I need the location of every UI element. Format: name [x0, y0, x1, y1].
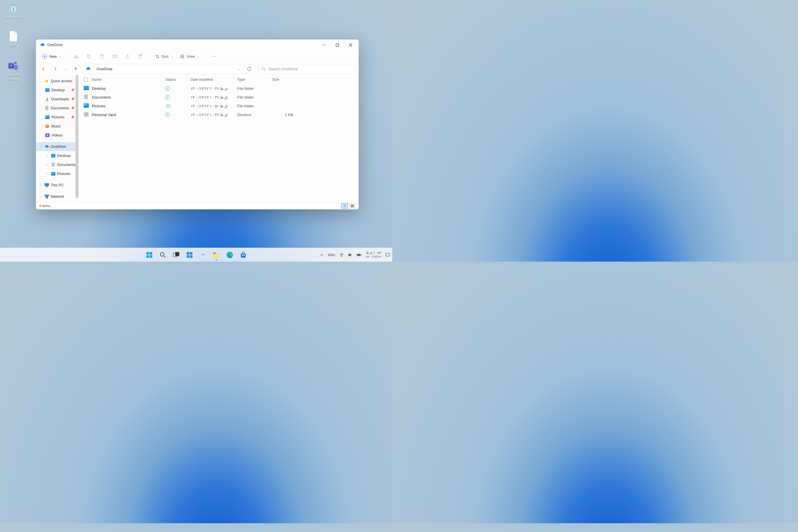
share-button[interactable] — [121, 51, 133, 61]
address-bar[interactable]: › OneDrive ⌄ — [83, 64, 255, 74]
sidebar-label: Downloads — [51, 97, 69, 101]
sort-button[interactable]: Sort ⌄ — [152, 51, 176, 61]
battery-icon[interactable] — [357, 252, 361, 257]
expand-icon[interactable]: › — [45, 154, 49, 157]
file-row[interactable]: Desktop ۱۴۰۰/۱۲/۱۲ ق.ظ ۱۰:۳۶ File folder — [78, 84, 359, 93]
sidebar-item-pictures[interactable]: Pictures📌 — [36, 113, 78, 121]
sidebar-item-od-documents[interactable]: ›Documents — [36, 160, 78, 169]
desktop-icon — [45, 88, 50, 93]
address-dropdown[interactable]: ⌄ — [234, 67, 243, 71]
tray-language[interactable]: ENG — [328, 252, 335, 257]
collapse-icon[interactable]: ⌄ — [38, 145, 43, 148]
svg-point-38 — [85, 104, 86, 105]
svg-rect-53 — [186, 252, 189, 254]
svg-point-66 — [341, 256, 342, 256]
search-input[interactable] — [269, 67, 352, 71]
sidebar-item-music[interactable]: Music — [36, 121, 78, 131]
tray-clock[interactable]: ۱۰:۵۷ ق.ظ ۱۴۰۰/۱۲/۱۲ — [365, 251, 381, 259]
close-button[interactable] — [344, 40, 357, 50]
status-text: 4 items — [39, 204, 51, 208]
select-all-checkbox[interactable] — [84, 78, 88, 82]
desktop-icon-teams[interactable]: T Microsoft Teams — [2, 60, 24, 81]
back-button[interactable] — [39, 64, 48, 74]
sidebar-item-od-pictures[interactable]: ›Pictures — [36, 169, 78, 178]
expand-icon[interactable]: › — [45, 163, 49, 166]
delete-button[interactable] — [134, 51, 146, 61]
desktop-icon — [51, 153, 55, 158]
sidebar-item-videos[interactable]: Videos — [36, 131, 78, 140]
onedrive-icon — [40, 42, 45, 48]
svg-rect-32 — [47, 194, 49, 196]
desktop-icon-recycle-bin[interactable]: Recycle Bin — [2, 2, 24, 19]
expand-icon[interactable]: › — [38, 184, 43, 187]
taskbar-search-button[interactable] — [157, 249, 169, 261]
breadcrumb-current[interactable]: OneDrive — [97, 67, 113, 71]
column-header-size[interactable]: Size — [270, 75, 298, 84]
sidebar-item-desktop[interactable]: Desktop📌 — [36, 86, 78, 95]
cut-button[interactable] — [70, 51, 82, 61]
wifi-icon[interactable] — [339, 252, 344, 257]
sidebar-label: OneDrive — [51, 145, 66, 149]
sidebar-item-network[interactable]: ›Network — [36, 192, 78, 201]
file-row[interactable]: Pictures ۱۴۰۰/۱۲/۱۲ ق.ظ ۱۰:۵۱ File folde… — [78, 101, 359, 110]
sidebar-label: Network — [51, 194, 64, 198]
recent-dropdown[interactable]: ⌄ — [62, 64, 68, 74]
sidebar-item-this-pc[interactable]: ›This PC — [36, 180, 78, 190]
pictures-icon — [84, 103, 89, 109]
file-type: Shortcut — [235, 113, 270, 117]
store-button[interactable] — [238, 249, 249, 261]
search-box[interactable] — [258, 64, 356, 74]
sidebar-item-quick-access[interactable]: ⌄ Quick access — [36, 76, 78, 86]
column-header-name[interactable]: Name — [81, 75, 163, 84]
sidebar-item-downloads[interactable]: Downloads📌 — [36, 95, 78, 103]
tray-time: ۱۰:۵۷ ق.ظ — [365, 251, 381, 254]
pc-icon — [44, 183, 49, 188]
svg-point-12 — [215, 56, 216, 57]
minimize-button[interactable] — [317, 40, 330, 50]
rename-button[interactable] — [109, 51, 120, 61]
sidebar-item-onedrive[interactable]: ⌄ OneDrive — [36, 142, 78, 151]
details-view-toggle[interactable] — [342, 203, 348, 209]
sidebar-item-documents[interactable]: Documents📌 — [36, 103, 78, 113]
file-explorer-button[interactable] — [211, 249, 222, 261]
up-button[interactable] — [71, 64, 80, 74]
widgets-button[interactable] — [184, 249, 195, 261]
chat-button[interactable] — [197, 249, 209, 261]
thumbnails-view-toggle[interactable] — [349, 203, 356, 209]
column-header-date[interactable]: Date modified — [188, 75, 235, 84]
copy-button[interactable] — [83, 51, 95, 61]
onedrive-icon — [86, 67, 91, 71]
refresh-button[interactable] — [245, 67, 253, 71]
svg-point-57 — [200, 252, 205, 257]
notifications-button[interactable] — [385, 252, 390, 257]
expand-icon[interactable]: › — [38, 195, 43, 198]
edge-button[interactable] — [224, 249, 236, 261]
desktop-icon-test[interactable]: test — [2, 30, 24, 47]
svg-rect-49 — [150, 255, 152, 258]
svg-rect-9 — [113, 55, 117, 57]
svg-point-4 — [74, 57, 76, 58]
svg-point-11 — [214, 56, 214, 57]
svg-rect-48 — [147, 255, 149, 258]
more-button[interactable] — [208, 51, 220, 61]
forward-button[interactable] — [51, 64, 59, 74]
file-row[interactable]: Documents ۱۴۰۰/۱۲/۱۲ ق.ظ ۱۰:۳۶ File fold… — [78, 93, 359, 101]
sidebar-item-od-desktop[interactable]: ›Desktop — [36, 151, 78, 160]
volume-icon[interactable] — [348, 252, 353, 257]
maximize-button[interactable] — [330, 40, 344, 50]
tray-overflow-button[interactable] — [319, 252, 324, 257]
file-date: ۱۴۰۰/۱۲/۱۲ ق.ظ ۱۰:۳۶ — [188, 95, 235, 99]
column-header-status[interactable]: Status — [163, 75, 188, 84]
task-view-button[interactable] — [170, 249, 182, 261]
column-header-type[interactable]: Type — [235, 75, 270, 84]
paste-button[interactable] — [96, 51, 108, 61]
view-button[interactable]: View ⌄ — [177, 51, 202, 61]
start-button[interactable] — [144, 249, 155, 261]
sidebar-label: This PC — [51, 183, 63, 187]
expand-icon[interactable]: › — [45, 172, 49, 175]
titlebar[interactable]: OneDrive — [36, 40, 359, 50]
file-row[interactable]: Personal Vault ۱۴۰۰/۱۲/۱۲ ق.ظ ۱۰:۳۶ Shor… — [78, 110, 359, 119]
scrollbar[interactable] — [76, 75, 78, 198]
collapse-icon[interactable]: ⌄ — [38, 79, 43, 82]
new-button[interactable]: + New ⌄ — [39, 51, 64, 61]
